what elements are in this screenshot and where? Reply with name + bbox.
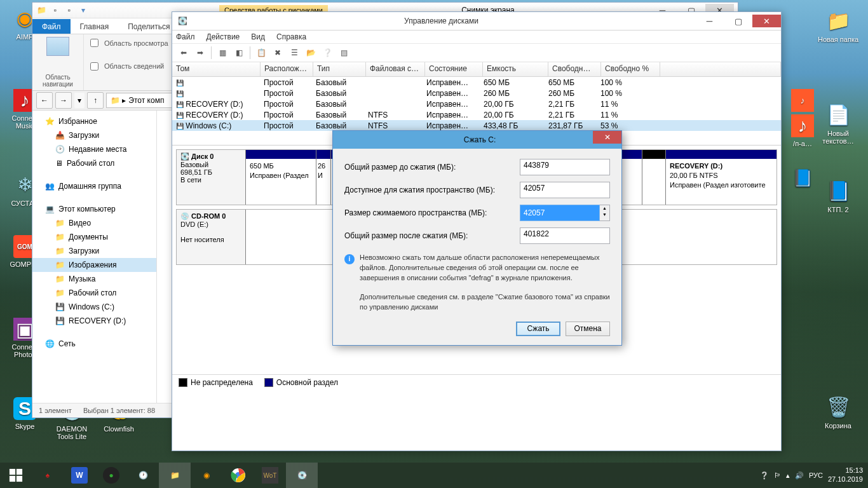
nav-desktop2[interactable]: 📁 Рабочий стол [32,286,156,300]
nav-docs[interactable]: 📁 Документы [32,230,156,244]
col-cap[interactable]: Емкость [483,62,548,76]
col-status[interactable]: Состояние [425,62,483,76]
close-button[interactable]: ✕ [752,15,781,27]
nav-downloads[interactable]: 📥 Загрузки [32,128,156,142]
qat-dropdown-icon[interactable]: ▾ [78,5,88,15]
tab-file[interactable]: Файл [32,19,71,34]
status-selected: Выбран 1 элемент: 88 [83,407,155,414]
toolbar: ⬅ ➡ ▦ ◧ 📋 ✖ ☰ 📂 ❔ ▤ [172,44,781,62]
tray-chevron-icon[interactable]: ▴ [786,471,790,480]
forward-icon[interactable]: ➡ [193,45,208,60]
details-pane-check[interactable] [90,62,98,71]
nav-music[interactable]: 📁 Музыка [32,272,156,286]
start-button[interactable] [0,463,32,488]
task-pokerstars[interactable]: ♠ [32,463,64,488]
shrink-button[interactable]: Сжать [516,322,560,336]
nav-network[interactable]: 🌐 Сеть [32,337,156,351]
nav-downloads2[interactable]: 📁 Загрузки [32,244,156,258]
tray-clock[interactable]: 15:1327.10.2019 [828,466,863,484]
close-button[interactable]: ✕ [593,131,621,144]
nav-thispc[interactable]: 💻 Этот компьютер [32,202,156,216]
desktop-icon-recycle[interactable]: 🗑️Корзина [816,394,860,430]
tray-flag-icon[interactable]: 🏳 [774,471,781,479]
shrink-amount-input[interactable] [520,205,600,221]
toolbar-icon[interactable]: ☰ [287,45,302,60]
volume-row[interactable]: 💾 Windows (C:)ПростойБазовыйNTFSИсправен… [172,120,781,131]
menu-file[interactable]: Файл [176,32,195,41]
help-icon[interactable]: ❔ [320,45,335,60]
toolbar-icon[interactable]: ▤ [336,45,351,60]
partition[interactable]: 26И [316,150,331,205]
nav-pane-icon[interactable] [46,37,69,56]
task-diskmgmt[interactable]: 💽 [286,463,318,488]
task-explorer[interactable]: 📁 [159,463,191,488]
task-chrome[interactable] [222,463,254,488]
nav-favorites[interactable]: ⭐ Избранное [32,114,156,128]
svg-rect-1 [17,469,22,475]
nav-winc[interactable]: 💾 Windows (C:) [32,300,156,314]
task-word[interactable]: W [64,463,95,488]
tab-home[interactable]: Главная [71,19,119,34]
task-aimp[interactable]: ◉ [191,463,222,488]
volume-row[interactable]: 💾 ПростойБазовыйИсправен…650 МБ650 МБ100… [172,77,781,88]
shrink-amount-spinner[interactable]: ▲▼ [520,205,610,221]
maximize-button[interactable]: ▢ [724,15,752,27]
task-clock[interactable]: 🕐 [127,463,159,488]
nav-recent[interactable]: 🕑 Недавние места [32,142,156,156]
spin-down[interactable]: ▼ [600,212,609,218]
volume-row[interactable]: 💾 RECOVERY (D:)ПростойБазовыйNTFSИсправе… [172,109,781,120]
qat-icon[interactable]: ▫ [50,5,60,15]
partition[interactable]: 650 МБИсправен (Раздел [246,150,316,205]
desktop-icon-pa[interactable]: ♪/п-а… [780,114,825,147]
volume-row[interactable]: 💾 RECOVERY (D:)ПростойБазовыйИсправен…20… [172,98,781,109]
col-volume[interactable]: Том [172,62,261,76]
spin-up[interactable]: ▲ [600,205,609,212]
toolbar-icon[interactable]: ◧ [231,45,247,60]
refresh-icon[interactable]: 📋 [254,45,269,60]
nav-images[interactable]: 📁 Изображения [32,258,156,272]
col-type[interactable]: Тип [313,62,366,76]
back-button[interactable]: ← [36,92,53,109]
nav-video[interactable]: 📁 Видео [32,216,156,230]
col-freep[interactable]: Свободно % [601,62,660,76]
tray-help-icon[interactable]: ❔ [760,471,769,480]
partition-unalloc[interactable] [642,150,666,205]
toolbar-icon[interactable]: ▦ [215,45,230,60]
task-camera[interactable]: ● [95,463,127,488]
volume-row[interactable]: 💾 ПростойБазовыйИсправен…260 МБ260 МБ100… [172,88,781,98]
cancel-button[interactable]: Отмена [566,322,610,336]
app-icon: 💽 [177,16,187,26]
toolbar-icon[interactable]: 📂 [303,45,318,60]
desktop-icon-new-folder[interactable]: 📁Новая папка [816,8,860,43]
menu-help[interactable]: Справка [276,32,306,41]
menu-action[interactable]: Действие [207,32,240,41]
minimize-button[interactable]: ─ [695,15,724,27]
tab-share[interactable]: Поделиться [118,19,179,34]
nav-homegroup[interactable]: 👥 Домашняя группа [32,179,156,193]
label-total-after: Общий размер после сжатия (МБ): [344,231,520,240]
history-dropdown[interactable]: ▾ [74,93,85,108]
forward-button[interactable]: → [55,92,72,109]
task-wot[interactable]: WoT [254,463,286,488]
back-icon[interactable]: ⬅ [176,45,191,60]
nav-recd[interactable]: 💾 RECOVERY (D:) [32,314,156,328]
menu-view[interactable]: Вид [251,32,265,41]
partition-recovery[interactable]: RECOVERY (D:)20,00 ГБ NTFSИсправен (Разд… [666,150,776,205]
desktop-icon-word[interactable]: 📘 [780,165,825,193]
legend: Не распределена Основной раздел [172,374,781,390]
toolbar-icon[interactable]: ✖ [270,45,285,60]
preview-pane-check[interactable] [90,39,98,47]
value-total-after: 401822 [520,227,610,244]
info-text-1: Невозможно сжать том дальше области расп… [360,253,610,283]
col-fs[interactable]: Файловая с… [366,62,425,76]
label-total-before: Общий размер до сжатия (МБ): [344,163,520,172]
col-free[interactable]: Свободн… [548,62,601,76]
svg-rect-0 [10,469,15,475]
qat-icon[interactable]: ▫ [64,5,74,15]
status-items: 1 элемент [39,407,72,414]
tray-lang[interactable]: РУС [809,471,823,479]
nav-desktop[interactable]: 🖥 Рабочий стол [32,156,156,170]
col-layout[interactable]: Располож… [261,62,313,76]
tray-volume-icon[interactable]: 🔊 [795,471,804,480]
up-button[interactable]: ↑ [87,92,104,109]
